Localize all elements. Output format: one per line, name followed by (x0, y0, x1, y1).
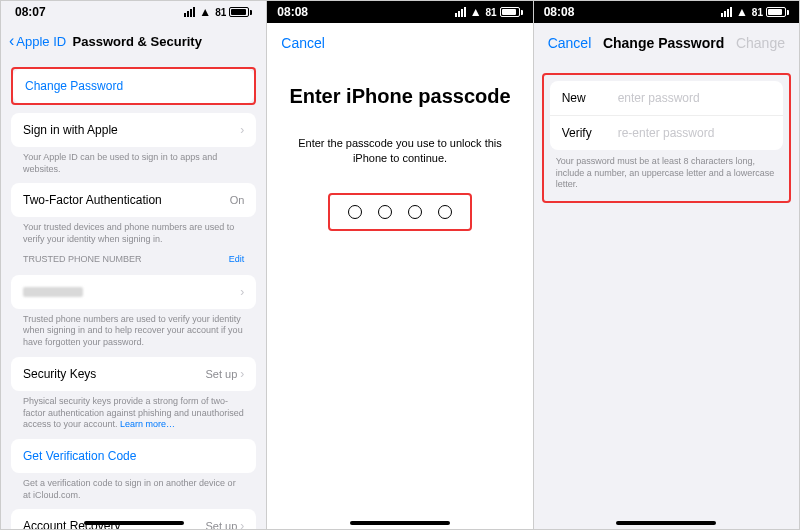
battery-icon: 81 (752, 7, 789, 18)
account-recovery-row[interactable]: Account Recovery Set up › (11, 509, 256, 529)
security-keys-row[interactable]: Security Keys Set up › (11, 357, 256, 391)
chevron-right-icon: › (240, 285, 244, 299)
settings-scroll[interactable]: Change Password Sign in with Apple › You… (1, 59, 266, 529)
page-title: Change Password (603, 35, 724, 51)
cancel-button[interactable]: Cancel (548, 35, 592, 51)
cancel-button[interactable]: Cancel (281, 35, 325, 51)
get-code-footer: Get a verification code to sign in on an… (11, 473, 256, 501)
sign-in-footer: Your Apple ID can be used to sign in to … (11, 147, 256, 175)
field-label: Verify (562, 126, 618, 140)
row-label: Security Keys (23, 367, 96, 381)
row-value: On (230, 194, 245, 206)
verify-password-row[interactable]: Verify re-enter password (550, 116, 783, 150)
redacted-phone-number (23, 287, 83, 297)
passcode-dot (378, 205, 392, 219)
sign-in-with-apple-row[interactable]: Sign in with Apple › (11, 113, 256, 147)
trusted-phone-footer: Trusted phone numbers are used to verify… (11, 309, 256, 349)
chevron-right-icon: › (240, 519, 244, 529)
phone-password-security: 08:07 ▲ 81 ‹ Apple ID Password & Securit… (1, 1, 267, 529)
two-factor-footer: Your trusted devices and phone numbers a… (11, 217, 256, 245)
passcode-dot (438, 205, 452, 219)
status-bar: 08:07 ▲ 81 (1, 1, 266, 23)
highlight-change-password: Change Password (11, 67, 256, 105)
new-password-input[interactable]: enter password (618, 91, 700, 105)
learn-more-link[interactable]: Learn more… (120, 419, 175, 429)
wifi-icon: ▲ (470, 5, 482, 19)
cellular-icon (184, 7, 195, 17)
page-title: Password & Security (16, 34, 258, 49)
change-password-label: Change Password (25, 79, 123, 93)
chevron-right-icon: › (240, 123, 244, 137)
home-indicator[interactable] (616, 521, 716, 525)
battery-icon: 81 (486, 7, 523, 18)
password-form: New enter password Verify re-enter passw… (550, 81, 783, 150)
password-requirements: Your password must be at least 8 charact… (544, 150, 789, 197)
passcode-subtitle: Enter the passcode you use to unlock thi… (267, 136, 532, 167)
nav-bar: ‹ Apple ID Password & Security (1, 23, 266, 59)
three-phone-layout: 08:07 ▲ 81 ‹ Apple ID Password & Securit… (0, 0, 800, 530)
passcode-dot (408, 205, 422, 219)
change-button-disabled[interactable]: Change (736, 35, 785, 51)
two-factor-row[interactable]: Two-Factor Authentication On (11, 183, 256, 217)
wifi-icon: ▲ (736, 5, 748, 19)
trusted-phone-row[interactable]: › (11, 275, 256, 309)
battery-icon: 81 (215, 7, 252, 18)
phone-enter-passcode: 08:08 ▲ 81 Cancel Enter iPhone passcode … (267, 1, 533, 529)
nav-bar: Cancel (267, 23, 532, 63)
chevron-left-icon: ‹ (9, 33, 14, 49)
row-label: Sign in with Apple (23, 123, 118, 137)
notch (621, 1, 711, 21)
status-time: 08:07 (15, 5, 46, 19)
home-indicator[interactable] (84, 521, 184, 525)
row-label: Get Verification Code (23, 449, 136, 463)
nav-bar: Cancel Change Password Change (534, 23, 799, 63)
trusted-phone-header: TRUSTED PHONE NUMBER Edit (11, 246, 256, 267)
passcode-dot (348, 205, 362, 219)
phone-change-password: 08:08 ▲ 81 Cancel Change Password Change… (534, 1, 799, 529)
cellular-icon (721, 7, 732, 17)
cellular-icon (455, 7, 466, 17)
status-time: 08:08 (277, 5, 308, 19)
notch (355, 1, 445, 21)
status-time: 08:08 (544, 5, 575, 19)
verify-password-input[interactable]: re-enter password (618, 126, 715, 140)
change-password-row[interactable]: Change Password (13, 69, 254, 103)
row-label: Two-Factor Authentication (23, 193, 162, 207)
get-verification-code-row[interactable]: Get Verification Code (11, 439, 256, 473)
security-keys-footer: Physical security keys provide a strong … (11, 391, 256, 431)
wifi-icon: ▲ (199, 5, 211, 19)
field-label: New (562, 91, 618, 105)
home-indicator[interactable] (350, 521, 450, 525)
chevron-right-icon: › (240, 367, 244, 381)
edit-trusted-button[interactable]: Edit (229, 254, 245, 264)
new-password-row[interactable]: New enter password (550, 81, 783, 116)
passcode-title: Enter iPhone passcode (269, 85, 530, 108)
highlight-password-form: New enter password Verify re-enter passw… (542, 73, 791, 203)
passcode-dots[interactable] (328, 193, 472, 231)
